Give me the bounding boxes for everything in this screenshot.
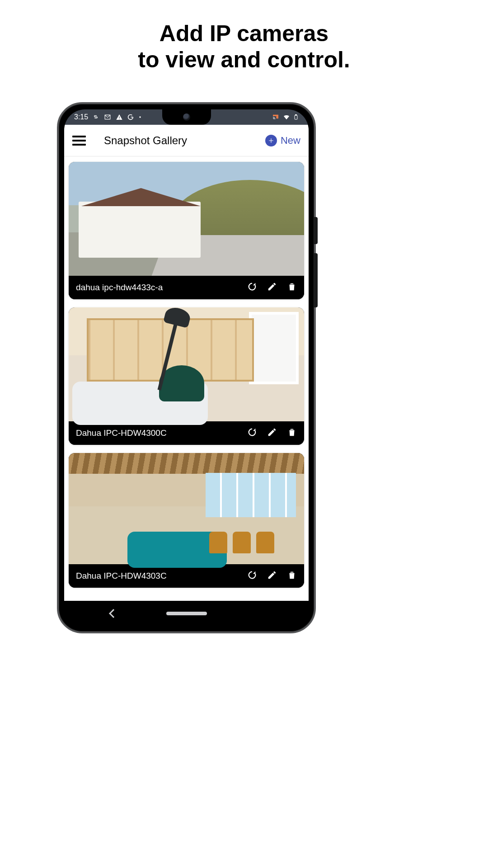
- camera-caption: dahua ipc-hdw4433c-a: [69, 276, 304, 299]
- android-nav-bar: [64, 601, 309, 626]
- camera-label: Dahua IPC-HDW4300C: [76, 428, 167, 438]
- plus-icon: [265, 135, 277, 146]
- delete-button[interactable]: [287, 427, 297, 439]
- delete-button[interactable]: [287, 282, 297, 294]
- camera-thumbnail[interactable]: [69, 307, 304, 421]
- menu-button[interactable]: [72, 136, 86, 146]
- gmail-icon: [103, 114, 112, 120]
- svg-point-2: [139, 116, 141, 118]
- camera-label: dahua ipc-hdw4433c-a: [76, 283, 163, 292]
- phone-side-button: [314, 217, 318, 244]
- nav-home-button[interactable]: [166, 612, 207, 615]
- phone-side-button: [314, 253, 318, 307]
- new-button[interactable]: New: [265, 135, 300, 146]
- status-right: [272, 113, 299, 121]
- svg-rect-3: [295, 115, 297, 119]
- camera-list[interactable]: dahua ipc-hdw4433c-a Dahua IPC-HDW4300C: [64, 156, 309, 601]
- promo-line-1: Add IP cameras: [0, 21, 488, 47]
- google-g-icon: [127, 113, 134, 121]
- svg-rect-4: [296, 115, 297, 116]
- camera-thumbnail[interactable]: [69, 162, 304, 276]
- status-bar: 3:15: [64, 109, 309, 125]
- camera-card[interactable]: Dahua IPC-HDW4300C: [69, 307, 304, 445]
- wifi-icon: [282, 113, 291, 121]
- edit-button[interactable]: [267, 427, 277, 439]
- phone-notch: [162, 109, 211, 125]
- dot-icon: [138, 115, 142, 119]
- camera-card[interactable]: dahua ipc-hdw4433c-a: [69, 162, 304, 299]
- status-time: 3:15: [74, 113, 88, 121]
- camera-label: Dahua IPC-HDW4303C: [76, 571, 167, 581]
- nav-back-button[interactable]: [109, 609, 118, 618]
- delete-button[interactable]: [287, 570, 297, 582]
- battery-icon: [293, 113, 299, 121]
- edit-button[interactable]: [267, 570, 277, 582]
- page-title: Snapshot Gallery: [104, 134, 187, 147]
- new-button-label: New: [281, 135, 300, 146]
- promo-line-2: to view and control.: [0, 47, 488, 73]
- promo-headline: Add IP cameras to view and control.: [0, 21, 488, 73]
- cast-icon: [272, 113, 280, 121]
- edit-button[interactable]: [267, 282, 277, 294]
- phone-frame: 3:15: [57, 102, 316, 633]
- warning-icon: [116, 113, 123, 121]
- refresh-button[interactable]: [247, 570, 257, 582]
- camera-card[interactable]: Dahua IPC-HDW4303C: [69, 453, 304, 588]
- phone-screen: 3:15: [64, 109, 309, 626]
- refresh-button[interactable]: [247, 282, 257, 294]
- refresh-button[interactable]: [247, 427, 257, 439]
- camera-thumbnail[interactable]: [69, 453, 304, 564]
- svg-rect-0: [119, 117, 119, 118]
- letter-s-icon: [92, 113, 99, 121]
- status-left: 3:15: [74, 113, 142, 121]
- svg-rect-1: [119, 118, 119, 119]
- app-bar: Snapshot Gallery New: [64, 125, 309, 156]
